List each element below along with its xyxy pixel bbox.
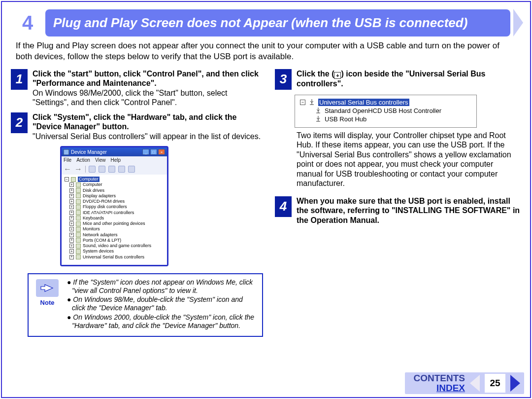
page-number: 25 xyxy=(485,374,505,393)
contents-link[interactable]: CONTENTS xyxy=(414,373,466,383)
index-link[interactable]: INDEX xyxy=(414,383,466,393)
page-footer-nav: CONTENTS INDEX 25 xyxy=(405,372,525,394)
next-page-arrow-icon[interactable] xyxy=(510,375,520,392)
prev-page-arrow-icon[interactable] xyxy=(470,375,480,392)
